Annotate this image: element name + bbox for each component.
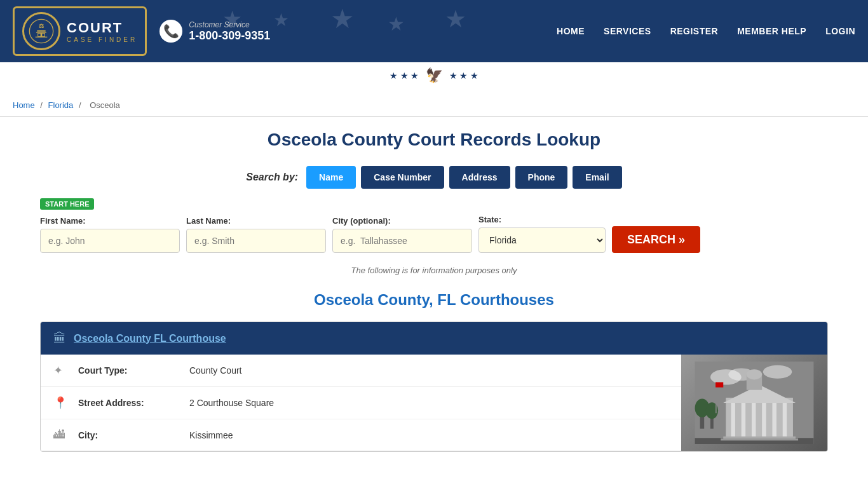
- last-name-label: Last Name:: [186, 216, 326, 226]
- address-icon: 📍: [53, 396, 69, 410]
- stars-left: ★ ★ ★: [390, 71, 419, 81]
- svg-rect-30: [721, 438, 798, 440]
- address-label: Street Address:: [78, 398, 180, 408]
- start-here-badge: START HERE: [40, 198, 94, 210]
- customer-service-label: Customer Service: [189, 20, 270, 29]
- tab-address[interactable]: Address: [449, 166, 510, 189]
- stars-right: ★ ★ ★: [449, 71, 479, 81]
- tab-phone[interactable]: Phone: [515, 166, 568, 189]
- breadcrumb-sep2: /: [79, 100, 83, 110]
- customer-service-phone: 1-800-309-9351: [189, 29, 270, 43]
- first-name-group: First Name:: [40, 216, 180, 253]
- breadcrumb-current: Osceola: [90, 100, 120, 110]
- eagle-banner: ★ ★ ★ 🦅 ★ ★ ★: [0, 62, 868, 94]
- svg-point-10: [763, 365, 792, 379]
- svg-rect-3: [36, 32, 46, 32]
- breadcrumb-home[interactable]: Home: [13, 100, 35, 110]
- search-by-row: Search by: Name Case Number Address Phon…: [40, 166, 828, 189]
- last-name-input[interactable]: [186, 229, 326, 253]
- court-type-icon: ✦: [53, 363, 69, 377]
- address-value: 2 Courthouse Square: [189, 398, 274, 408]
- svg-rect-19: [762, 403, 766, 439]
- svg-rect-16: [731, 403, 735, 439]
- courthouse-header: 🏛 Osceola County FL Courthouse: [41, 322, 827, 355]
- site-header: ★ ★ ★ ★ ★ ⚖ COURT CASE FINDER: [0, 0, 868, 62]
- courthouse-image-placeholder: [681, 355, 827, 451]
- search-by-label: Search by:: [246, 172, 298, 183]
- tab-name[interactable]: Name: [306, 166, 356, 189]
- first-name-label: First Name:: [40, 216, 180, 226]
- tab-case-number[interactable]: Case Number: [361, 166, 444, 189]
- courthouse-card: 🏛 Osceola County FL Courthouse ✦ Court T…: [40, 322, 828, 452]
- eagle-icon: 🦅: [426, 67, 443, 84]
- tab-email[interactable]: Email: [573, 166, 621, 189]
- main-nav: HOME SERVICES REGISTER MEMBER HELP LOGIN: [557, 26, 855, 36]
- svg-text:⚖: ⚖: [39, 23, 44, 29]
- state-label: State:: [478, 215, 606, 224]
- info-note: The following is for information purpose…: [40, 266, 828, 275]
- state-select[interactable]: Florida: [478, 227, 606, 253]
- nav-member-help[interactable]: MEMBER HELP: [737, 26, 806, 36]
- city-group: City (optional):: [332, 216, 472, 253]
- page-title: Osceola County Court Records Lookup: [40, 130, 828, 150]
- city-detail-label: City:: [78, 430, 180, 440]
- court-type-value: County Court: [189, 365, 241, 376]
- state-group: State: Florida: [478, 215, 606, 253]
- last-name-group: Last Name:: [186, 216, 326, 253]
- first-name-input[interactable]: [40, 229, 180, 253]
- courthouse-details: ✦ Court Type: County Court 📍 Street Addr…: [41, 355, 681, 451]
- svg-point-24: [747, 369, 762, 379]
- svg-rect-17: [742, 403, 746, 439]
- nav-home[interactable]: HOME: [557, 26, 585, 36]
- svg-rect-27: [798, 388, 799, 414]
- eagle-section: ★ ★ ★ 🦅 ★ ★ ★: [390, 67, 479, 84]
- courthouse-image: [681, 355, 827, 451]
- logo-sub-label: CASE FINDER: [67, 36, 137, 43]
- logo: ⚖ COURT CASE FINDER: [13, 6, 147, 56]
- breadcrumb-sep1: /: [40, 100, 44, 110]
- city-input[interactable]: [332, 229, 472, 253]
- svg-rect-18: [752, 403, 756, 439]
- form-section: START HERE First Name: Last Name: City (…: [40, 198, 828, 253]
- city-label: City (optional):: [332, 216, 472, 226]
- courthouse-name-link[interactable]: Osceola County FL Courthouse: [74, 333, 226, 344]
- svg-rect-5: [41, 33, 43, 36]
- svg-rect-6: [36, 37, 48, 37]
- courthouses-title: Osceola County, FL Courthouses: [40, 291, 828, 309]
- svg-rect-2: [37, 30, 45, 32]
- court-type-label: Court Type:: [78, 365, 180, 376]
- customer-service-text: Customer Service 1-800-309-9351: [189, 20, 270, 43]
- search-section: Search by: Name Case Number Address Phon…: [40, 166, 828, 253]
- city-row: 🏙 City: Kissimmee: [41, 419, 681, 451]
- nav-services[interactable]: SERVICES: [604, 26, 651, 36]
- phone-icon: 📞: [159, 20, 182, 43]
- logo-text: COURT CASE FINDER: [67, 20, 137, 43]
- city-detail-value: Kissimmee: [189, 430, 233, 440]
- search-button[interactable]: SEARCH »: [612, 226, 700, 253]
- nav-login[interactable]: LOGIN: [825, 26, 855, 36]
- customer-service: 📞 Customer Service 1-800-309-9351: [159, 20, 270, 43]
- address-row: 📍 Street Address: 2 Courthouse Square: [41, 387, 681, 419]
- court-type-row: ✦ Court Type: County Court: [41, 355, 681, 387]
- header-left: ⚖ COURT CASE FINDER 📞 Customer Service 1…: [13, 6, 270, 56]
- svg-rect-26: [715, 383, 723, 388]
- breadcrumb-florida[interactable]: Florida: [48, 100, 74, 110]
- svg-rect-20: [772, 403, 776, 439]
- nav-register[interactable]: REGISTER: [670, 26, 719, 36]
- main-content: Osceola County Court Records Lookup Sear…: [21, 117, 847, 477]
- courthouse-body: ✦ Court Type: County Court 📍 Street Addr…: [41, 355, 827, 451]
- logo-circle: ⚖: [22, 12, 60, 50]
- logo-court-label: COURT: [67, 20, 123, 36]
- search-form: First Name: Last Name: City (optional): …: [40, 215, 828, 253]
- breadcrumb: Home / Florida / Osceola: [0, 94, 868, 117]
- courthouse-icon: 🏛: [53, 331, 66, 346]
- city-icon: 🏙: [53, 428, 69, 442]
- svg-rect-21: [783, 403, 787, 439]
